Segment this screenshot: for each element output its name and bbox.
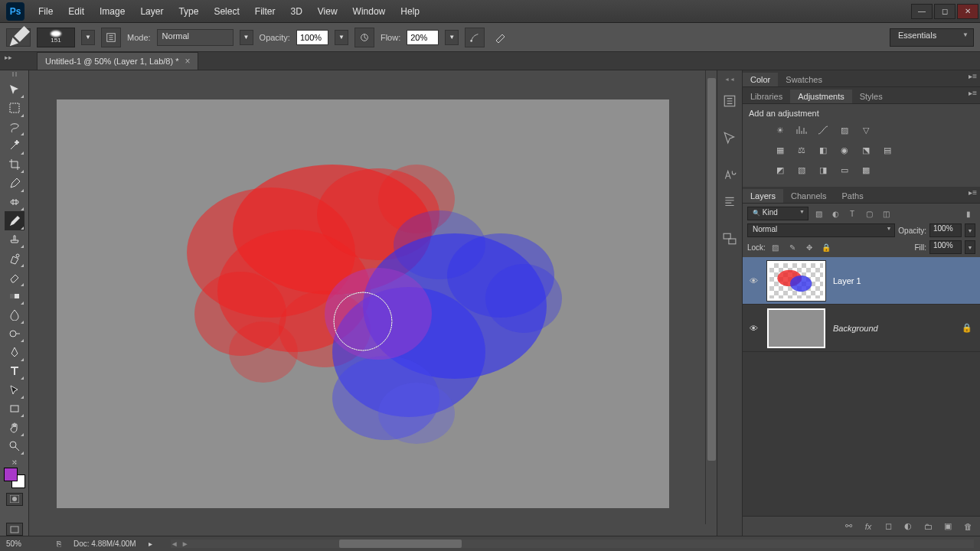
delete-layer-icon[interactable]: 🗑 xyxy=(962,520,974,533)
workspace-select[interactable]: Essentials xyxy=(890,28,974,47)
filter-pixel-icon[interactable]: ▧ xyxy=(812,207,825,220)
type-tool[interactable] xyxy=(5,362,24,381)
magic-wand-tool[interactable] xyxy=(5,136,24,155)
layer-visibility-icon[interactable]: 👁 xyxy=(743,324,764,333)
new-layer-icon[interactable]: ▣ xyxy=(942,520,954,533)
invert-icon[interactable]: ◩ xyxy=(772,162,789,178)
layer-thumbnail[interactable] xyxy=(767,261,825,301)
dock-collapse-icon[interactable] xyxy=(720,77,739,83)
layer-opacity-dropdown[interactable]: ▼ xyxy=(965,223,975,237)
adjustments-panel-menu-icon[interactable]: ▸≡ xyxy=(969,89,977,97)
channel-mixer-icon[interactable]: ⬔ xyxy=(858,142,874,158)
brush-preset-dropdown[interactable]: ▼ xyxy=(81,30,95,45)
move-tool[interactable] xyxy=(5,80,24,99)
layer-name[interactable]: Background xyxy=(828,324,962,333)
layer-row-layer1[interactable]: 👁 Layer 1 xyxy=(743,257,980,305)
brightness-contrast-icon[interactable]: ☀ xyxy=(772,122,789,138)
pen-tool[interactable] xyxy=(5,343,24,362)
photo-filter-icon[interactable]: ◉ xyxy=(836,142,853,158)
gradient-map-icon[interactable]: ▭ xyxy=(836,162,853,178)
doc-info-dropdown-icon[interactable]: ▸ xyxy=(149,540,152,548)
color-balance-icon[interactable]: ⚖ xyxy=(793,142,810,158)
marquee-tool[interactable] xyxy=(5,99,24,118)
quick-mask-icon[interactable] xyxy=(6,493,23,506)
layers-panel-menu-icon[interactable]: ▸≡ xyxy=(969,188,977,197)
layer-blend-mode-select[interactable]: Normal xyxy=(747,223,895,237)
menu-window[interactable]: Window xyxy=(345,3,394,20)
current-tool-icon[interactable] xyxy=(6,28,31,47)
lock-pixels-icon[interactable]: ✎ xyxy=(786,240,799,254)
path-selection-tool[interactable] xyxy=(5,380,24,399)
layer-row-background[interactable]: 👁 Background 🔒 xyxy=(743,305,980,352)
character-panel-icon[interactable] xyxy=(720,161,740,188)
pressure-size-icon[interactable] xyxy=(491,28,511,47)
lock-transparency-icon[interactable]: ▨ xyxy=(769,240,782,254)
horizontal-scrollbar-thumb[interactable] xyxy=(339,540,462,548)
tab-styles[interactable]: Styles xyxy=(852,90,890,103)
levels-icon[interactable] xyxy=(793,122,810,138)
maximize-button[interactable]: ◻ xyxy=(934,4,956,19)
opacity-pressure-icon[interactable] xyxy=(354,28,374,47)
layer-visibility-icon[interactable]: 👁 xyxy=(743,276,764,285)
menu-3d[interactable]: 3D xyxy=(283,3,309,20)
tab-adjustments[interactable]: Adjustments xyxy=(790,90,852,103)
canvas-area[interactable] xyxy=(29,70,717,536)
tab-expand-icon[interactable]: ▸▸ xyxy=(5,54,12,61)
color-picker[interactable] xyxy=(4,468,25,487)
hand-tool[interactable] xyxy=(5,418,24,437)
blend-mode-dropdown[interactable]: ▼ xyxy=(240,30,253,45)
screen-mode-icon[interactable] xyxy=(6,523,23,536)
flow-input[interactable] xyxy=(407,30,439,45)
vertical-scrollbar-thumb[interactable] xyxy=(707,78,716,461)
history-panel-icon[interactable] xyxy=(720,87,740,115)
filter-shape-icon[interactable]: ▢ xyxy=(862,207,876,220)
blur-tool[interactable] xyxy=(5,305,24,324)
navigator-panel-icon[interactable] xyxy=(720,225,740,253)
layer-mask-icon[interactable]: ◻ xyxy=(882,520,894,533)
layer-fill-input[interactable]: 100% xyxy=(929,240,962,254)
threshold-icon[interactable]: ◨ xyxy=(815,162,831,178)
brush-tool[interactable] xyxy=(5,211,24,230)
gradient-tool[interactable] xyxy=(5,287,24,306)
selective-color-icon[interactable]: ▩ xyxy=(858,162,874,178)
black-white-icon[interactable]: ◧ xyxy=(815,142,831,158)
canvas[interactable] xyxy=(57,99,669,508)
menu-layer[interactable]: Layer xyxy=(132,3,171,20)
posterize-icon[interactable]: ▧ xyxy=(793,162,810,178)
vertical-scrollbar[interactable] xyxy=(705,70,717,524)
dodge-tool[interactable] xyxy=(5,324,24,344)
filter-toggle-icon[interactable]: ▮ xyxy=(962,207,975,220)
tab-color[interactable]: Color xyxy=(743,73,778,86)
timeline-prev-icon[interactable]: ◄ xyxy=(171,540,178,548)
menu-edit[interactable]: Edit xyxy=(60,3,92,20)
zoom-level[interactable]: 50% xyxy=(6,540,44,548)
crop-tool[interactable] xyxy=(5,155,24,174)
exposure-icon[interactable]: ▨ xyxy=(836,122,853,138)
lasso-tool[interactable] xyxy=(5,118,24,137)
close-button[interactable]: ✕ xyxy=(957,4,978,19)
menu-view[interactable]: View xyxy=(310,3,345,20)
foreground-color[interactable] xyxy=(4,468,18,481)
tab-paths[interactable]: Paths xyxy=(835,189,871,203)
properties-panel-icon[interactable] xyxy=(720,124,740,152)
filter-adjustment-icon[interactable]: ◐ xyxy=(828,207,842,220)
menu-file[interactable]: File xyxy=(31,3,60,20)
minimize-button[interactable]: — xyxy=(911,4,933,19)
tab-swatches[interactable]: Swatches xyxy=(778,73,830,86)
blend-mode-select[interactable]: Normal xyxy=(157,29,234,46)
doc-info[interactable]: Doc: 4.88M/4.00M xyxy=(74,540,136,548)
tab-channels[interactable]: Channels xyxy=(783,189,834,203)
color-panel-menu-icon[interactable]: ▸≡ xyxy=(969,72,977,80)
tab-libraries[interactable]: Libraries xyxy=(743,90,790,103)
layer-opacity-input[interactable]: 100% xyxy=(929,223,962,237)
eraser-tool[interactable] xyxy=(5,268,24,287)
color-swap-icon[interactable]: ⤭ xyxy=(11,458,18,466)
layer-group-icon[interactable]: 🗀 xyxy=(922,520,934,533)
filter-smart-icon[interactable]: ◫ xyxy=(879,207,893,220)
link-layers-icon[interactable]: ⚯ xyxy=(842,520,854,533)
layer-fill-dropdown[interactable]: ▼ xyxy=(965,240,975,254)
flow-dropdown[interactable]: ▼ xyxy=(445,30,459,45)
tab-layers[interactable]: Layers xyxy=(743,189,783,203)
layer-thumbnail[interactable] xyxy=(767,308,825,348)
menu-help[interactable]: Help xyxy=(393,3,427,20)
